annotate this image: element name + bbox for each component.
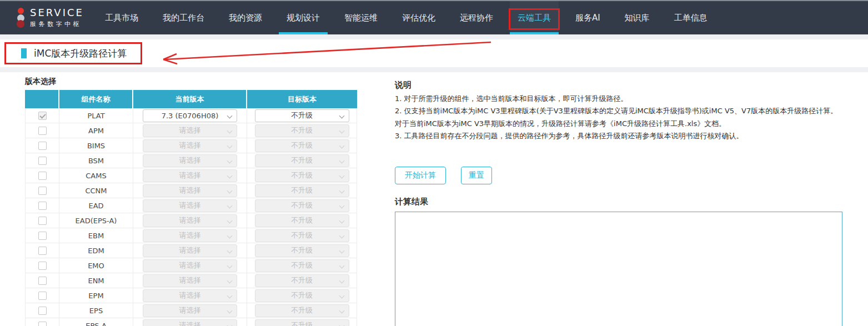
- row-checkbox[interactable]: [38, 307, 47, 315]
- note-line-3: 3. 工具路径目前存在不分段问题，提供的路径作为参考，具体路径升级前还请参考版本…: [395, 130, 842, 142]
- select-value: 不升级: [291, 200, 313, 210]
- select-value: 不升级: [291, 260, 313, 270]
- current-version-select: 请选择: [143, 274, 237, 287]
- target-version-select: 不升级: [255, 169, 349, 182]
- component-name: EDM: [59, 243, 133, 258]
- select-value: 不升级: [291, 141, 313, 151]
- current-version-select: 请选择: [143, 154, 237, 167]
- nav-item-intelligent-ops[interactable]: 智能运维: [337, 1, 385, 34]
- chevron-down-icon: [339, 128, 344, 133]
- select-value: 不升级: [291, 185, 313, 195]
- nav-item-label: 智能运维: [344, 13, 378, 23]
- chevron-down-icon: [227, 143, 233, 148]
- select-value: 请选择: [179, 305, 201, 315]
- component-name: ENM: [59, 273, 133, 288]
- select-value: 请选择: [179, 156, 201, 165]
- nav-item-cloud-tools[interactable]: 云端工具: [510, 1, 559, 34]
- version-select-label: 版本选择: [25, 77, 358, 87]
- note-line-1: 1. 对于所需升级的组件，选中当前版本和目标版本，即可计算升级路径。: [395, 93, 842, 105]
- reset-button[interactable]: 重置: [461, 167, 492, 184]
- target-version-select: 不升级: [255, 214, 349, 227]
- version-table: 组件名称 当前版本 目标版本 PLAT7.3 (E0706H08)不升级APM请…: [25, 90, 357, 326]
- target-version-select: 不升级: [255, 304, 349, 317]
- table-row: CCNM请选择不升级: [25, 183, 357, 198]
- nav-item-evaluation-optimization[interactable]: 评估优化: [394, 1, 443, 34]
- component-name: PLAT: [59, 108, 133, 123]
- target-version-select: 不升级: [255, 139, 349, 152]
- chevron-down-icon: [227, 188, 233, 193]
- chevron-down-icon: [227, 113, 233, 118]
- select-value: 请选择: [179, 275, 201, 285]
- instructions-panel: 说明 1. 对于所需升级的组件，选中当前版本和目标版本，即可计算升级路径。 2.…: [395, 72, 842, 326]
- row-checkbox[interactable]: [38, 232, 47, 240]
- chevron-down-icon: [339, 308, 344, 313]
- version-table-body: PLAT7.3 (E0706H08)不升级APM请选择不升级BIMS请选择不升级…: [25, 108, 357, 326]
- result-label: 计算结果: [395, 197, 842, 207]
- select-value: 请选择: [179, 126, 201, 136]
- component-name: CAMS: [59, 168, 133, 183]
- component-name: EPS-A: [59, 318, 133, 326]
- select-value: 不升级: [291, 245, 313, 255]
- select-value: 不升级: [291, 275, 313, 285]
- chevron-down-icon: [339, 143, 344, 148]
- select-value: 请选择: [179, 260, 201, 270]
- select-value: 不升级: [291, 170, 313, 180]
- nav-item-tools-market[interactable]: 工具市场: [97, 1, 146, 34]
- nav-item-knowledge-base[interactable]: 知识库: [617, 1, 658, 34]
- chevron-down-icon: [227, 263, 233, 268]
- chevron-down-icon: [339, 188, 344, 193]
- row-checkbox[interactable]: [38, 322, 47, 326]
- component-name: EAD: [59, 198, 133, 213]
- nav-item-service-ai[interactable]: 服务AI: [568, 1, 608, 34]
- table-row: BIMS请选择不升级: [25, 138, 357, 153]
- calculate-button[interactable]: 开始计算: [395, 167, 446, 184]
- row-checkbox[interactable]: [38, 157, 47, 165]
- chevron-down-icon: [227, 203, 233, 208]
- current-version-select[interactable]: 7.3 (E0706H08): [143, 109, 237, 122]
- component-name: CCNM: [59, 183, 133, 198]
- logo-dots-icon: [17, 8, 24, 28]
- target-version-select[interactable]: 不升级: [255, 109, 349, 122]
- component-name: EMO: [59, 258, 133, 273]
- notes-title: 说明: [395, 80, 842, 91]
- select-value: 不升级: [291, 305, 313, 315]
- nav-item-planning-design[interactable]: 规划设计: [279, 1, 328, 34]
- current-version-select: 请选择: [143, 319, 237, 326]
- row-checkbox[interactable]: [38, 142, 47, 150]
- target-version-select: 不升级: [255, 244, 349, 257]
- row-checkbox[interactable]: [38, 172, 47, 180]
- nav-item-my-resources[interactable]: 我的资源: [221, 1, 270, 34]
- current-version-select: 请选择: [143, 139, 237, 152]
- row-checkbox[interactable]: [38, 292, 47, 300]
- col-header-current-version: 当前版本: [133, 90, 247, 108]
- select-value: 不升级: [291, 320, 313, 326]
- chevron-down-icon: [227, 218, 233, 223]
- row-checkbox[interactable]: [38, 127, 47, 135]
- nav-item-label: 云端工具: [518, 13, 551, 23]
- component-name: BIMS: [59, 138, 133, 153]
- current-version-select: 请选择: [143, 304, 237, 317]
- table-row: ENM请选择不升级: [25, 273, 357, 288]
- table-row: CAMS请选择不升级: [25, 168, 357, 183]
- result-box: [395, 212, 842, 326]
- nav-item-ticket-info[interactable]: 工单信息: [666, 1, 715, 34]
- row-checkbox[interactable]: [38, 217, 47, 225]
- chevron-down-icon: [339, 113, 344, 118]
- select-value: 不升级: [291, 215, 313, 225]
- table-header-row: 组件名称 当前版本 目标版本: [25, 90, 357, 108]
- current-version-select: 请选择: [143, 244, 237, 257]
- table-row: EMO请选择不升级: [25, 258, 357, 273]
- current-version-select: 请选择: [143, 184, 237, 197]
- nav-item-remote-collaboration[interactable]: 远程协作: [452, 1, 501, 34]
- row-checkbox[interactable]: [38, 247, 47, 255]
- row-checkbox[interactable]: [38, 202, 47, 210]
- row-checkbox[interactable]: [38, 262, 47, 270]
- app-logo[interactable]: SERVICE 服务数字中枢: [17, 1, 84, 34]
- select-value: 请选择: [179, 200, 201, 210]
- nav-item-my-workbench[interactable]: 我的工作台: [155, 1, 212, 34]
- row-checkbox[interactable]: [38, 187, 47, 195]
- brand-name: SERVICE: [30, 7, 84, 18]
- version-select-section: 版本选择 组件名称 当前版本 目标版本 PLAT7.3 (E0706H08)不升…: [25, 72, 358, 326]
- row-checkbox[interactable]: [38, 277, 47, 285]
- table-row: EPS-A请选择不升级: [25, 318, 357, 326]
